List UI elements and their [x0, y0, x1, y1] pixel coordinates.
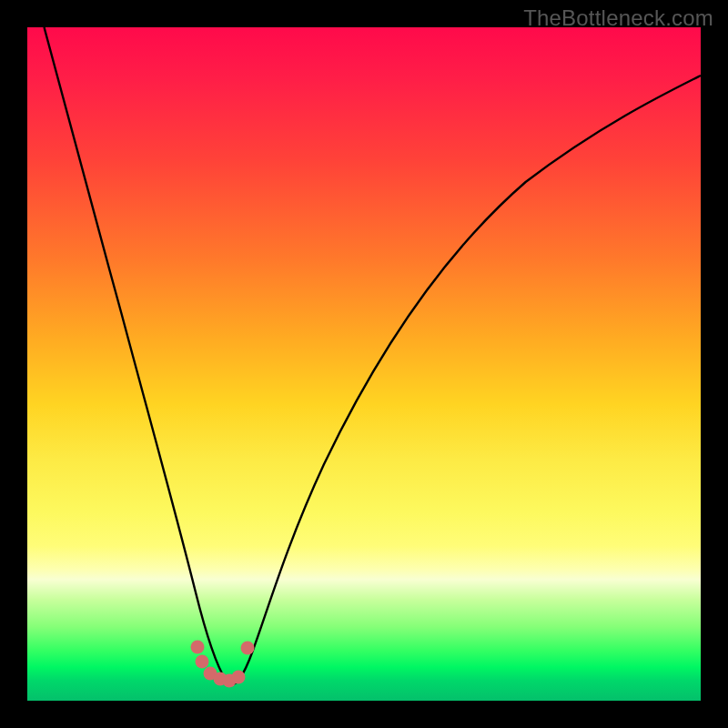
chart-frame: TheBottleneck.com [0, 0, 728, 728]
marker-dot [241, 642, 255, 655]
curve-layer [27, 27, 701, 701]
plot-area [27, 27, 701, 701]
watermark-label: TheBottleneck.com [523, 5, 713, 31]
marker-dot [196, 655, 209, 669]
marker-dot [191, 641, 205, 654]
minimum-marker-cluster [191, 641, 255, 688]
marker-dot [232, 671, 246, 684]
bottleneck-curve [45, 27, 702, 684]
